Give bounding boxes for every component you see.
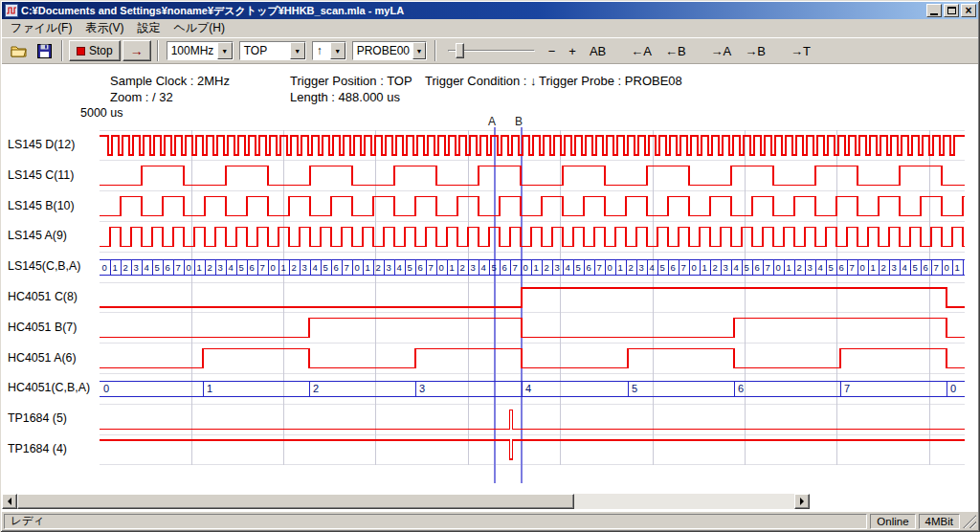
application-window: 0123456701234567012345670123456701234567… (0, 0, 980, 532)
trace-HC4051 C(8) (100, 288, 965, 307)
bus-value: 2 (545, 262, 549, 273)
bus-value: 2 (208, 262, 212, 273)
bus-value: 4 (734, 262, 739, 273)
resize-grip[interactable] (963, 515, 976, 528)
channel-label: TP1684 (4) (8, 442, 67, 455)
bus-value: 7 (513, 262, 518, 273)
prev-marker-b-button[interactable]: ←B (659, 41, 692, 61)
bus-value: 0 (355, 262, 360, 273)
goto-trigger-button[interactable]: →T (785, 41, 816, 61)
menu-help[interactable]: ヘルプ(H) (167, 18, 232, 38)
next-marker-b-button[interactable]: →B (739, 41, 771, 61)
zoom-out-button[interactable]: − (543, 41, 562, 61)
trace-LS145 D(12) (100, 136, 965, 155)
probe-select[interactable]: PROBE00 ▼ (352, 41, 427, 60)
trigger-position-info: Trigger Position : TOP (290, 74, 412, 88)
bus-value: 4 (145, 262, 149, 273)
floppy-disk-icon (37, 44, 52, 58)
chevron-down-icon[interactable]: ▼ (330, 42, 345, 59)
bus-value: 6 (250, 262, 255, 273)
scrollbar-track[interactable] (574, 494, 794, 509)
bus-value: 0 (692, 262, 697, 273)
bus-value: 0 (608, 262, 612, 273)
bus-value: 1 (955, 262, 960, 273)
menu-settings[interactable]: 設定 (130, 18, 167, 38)
menu-view[interactable]: 表示(V) (78, 18, 130, 38)
bus-value: 3 (387, 262, 391, 273)
open-button[interactable] (7, 42, 32, 60)
menu-file[interactable]: ファイル(F) (4, 18, 78, 38)
minimize-icon (930, 13, 938, 15)
save-button[interactable] (33, 41, 56, 61)
bus-value: 7 (597, 262, 602, 273)
bus-value: 2 (376, 262, 381, 273)
bus-value: 4 (481, 262, 486, 273)
trigger-edge-select[interactable]: ↑ ▼ (312, 41, 346, 60)
prev-marker-a-button[interactable]: ←A (625, 41, 657, 61)
bus-value: 2 (797, 262, 802, 273)
probe-value: PROBE00 (353, 42, 412, 59)
stop-button[interactable]: Stop (69, 40, 121, 61)
slider-thumb[interactable] (456, 43, 464, 58)
bus-value: 0 (945, 262, 949, 273)
ab-range-button[interactable]: AB (584, 41, 612, 61)
bus-value: 2 (123, 262, 128, 273)
bus-HC4051(C,B,A) (100, 381, 965, 396)
bus-value: 1 (618, 262, 623, 273)
bus-value: 5 (632, 383, 637, 394)
bus-value: 7 (844, 383, 850, 394)
titlebar[interactable]: C:¥Documents and Settings¥noname¥デスクトップ¥… (2, 2, 978, 19)
trace-TP1684 (4) (100, 440, 965, 459)
scroll-right-button[interactable] (794, 494, 810, 509)
horizontal-scrollbar[interactable] (2, 494, 810, 509)
trigger-position-select[interactable]: TOP ▼ (239, 41, 306, 60)
bus-value: 3 (302, 262, 307, 273)
zoom-slider[interactable] (446, 40, 537, 61)
bus-value: 1 (871, 262, 876, 273)
bus-value: 0 (523, 262, 528, 273)
trace-LS145 B(10) (100, 197, 965, 216)
chevron-down-icon[interactable]: ▼ (217, 42, 233, 59)
zoom-in-button[interactable]: + (563, 41, 582, 61)
app-icon (5, 4, 18, 17)
maximize-button[interactable] (944, 4, 959, 17)
channel-label: HC4051 C(8) (8, 290, 78, 303)
bus-value: 1 (366, 262, 370, 273)
bus-value: 5 (576, 262, 581, 273)
bus-value: 4 (313, 262, 318, 273)
close-button[interactable]: × (961, 4, 976, 17)
bus-value: 6 (671, 262, 676, 273)
channel-label: TP1684 (5) (8, 411, 67, 425)
bus-value: 1 (450, 262, 455, 273)
minimize-button[interactable] (926, 4, 942, 17)
bus-value: 7 (345, 262, 349, 273)
bus-value: 3 (218, 262, 223, 273)
bus-value: 6 (502, 262, 507, 273)
bus-value: 1 (787, 262, 791, 273)
bus-value: 5 (323, 262, 328, 273)
trigger-position-value: TOP (240, 42, 290, 59)
bus-value: 1 (197, 262, 202, 273)
chevron-down-icon[interactable]: ▼ (290, 42, 305, 59)
scrollbar-thumb[interactable] (17, 494, 574, 509)
sample-rate-value: 100MHz (167, 42, 217, 59)
channel-label: LS145 C(11) (8, 168, 74, 182)
bus-value: 5 (660, 262, 665, 273)
scroll-left-button[interactable] (2, 494, 17, 509)
time-scale-label: 5000 us (80, 106, 122, 120)
bus-value: 6 (755, 262, 760, 273)
run-button[interactable]: → (122, 40, 151, 61)
next-marker-a-button[interactable]: →A (705, 41, 738, 61)
bus-value: 0 (102, 262, 107, 273)
sample-rate-select[interactable]: 100MHz ▼ (167, 41, 234, 60)
maximize-icon (947, 7, 956, 14)
length-info: Length : 488.000 us (290, 90, 400, 104)
bus-value: 4 (566, 262, 570, 273)
bus-value: 0 (271, 262, 276, 273)
bus-value: 5 (408, 262, 412, 273)
bus-value: 0 (860, 262, 865, 273)
trace-HC4051 B(7) (100, 319, 965, 338)
bus-value: 5 (913, 262, 918, 273)
bus-value: 3 (808, 262, 813, 273)
chevron-down-icon[interactable]: ▼ (412, 42, 426, 59)
